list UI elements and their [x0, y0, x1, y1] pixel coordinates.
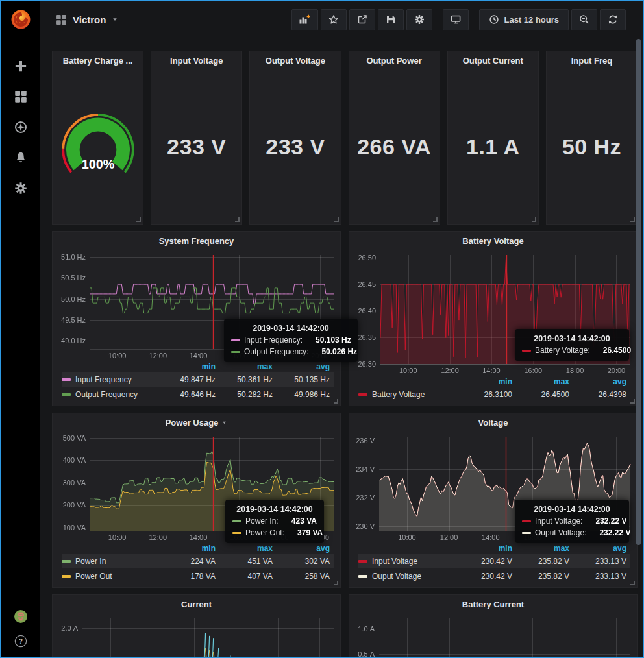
gear-icon	[414, 14, 425, 25]
series-swatch	[358, 575, 367, 578]
add-panel-icon	[299, 14, 311, 25]
legend-col-min[interactable]: min	[459, 377, 516, 386]
resize-handle-icon[interactable]	[532, 217, 536, 222]
legend-series-toggle[interactable]: Output Frequency	[62, 390, 162, 399]
stats-row: Battery Charge ... 100% Input Voltage	[52, 51, 638, 225]
dashboard-grid: Battery Charge ... 100% Input Voltage	[40, 38, 643, 657]
panel-input-voltage: Input Voltage 233 V	[151, 51, 242, 225]
sidebar-item-configuration[interactable]	[14, 182, 27, 195]
help-button[interactable]: ?	[14, 635, 27, 648]
series-swatch	[358, 393, 367, 396]
share-icon	[357, 14, 367, 25]
series-swatch	[522, 350, 531, 352]
refresh-button[interactable]	[600, 9, 626, 30]
legend-series-toggle[interactable]: Power Out	[62, 572, 162, 581]
dashboards-grid-icon	[14, 90, 27, 103]
resize-handle-icon[interactable]	[235, 217, 240, 222]
stat-value: 1.1 A	[466, 134, 520, 160]
legend-col-avg[interactable]: avg	[277, 544, 334, 553]
legend-col-min[interactable]: min	[459, 544, 516, 553]
panel-title[interactable]: Input Freq	[547, 51, 637, 69]
legend-col-max[interactable]: max	[219, 544, 277, 553]
panel-current: Current	[52, 594, 341, 657]
sidebar-item-explore[interactable]	[14, 121, 27, 134]
time-range-label: Last 12 hours	[504, 15, 559, 25]
star-dashboard-button[interactable]	[321, 9, 347, 30]
panel-title[interactable]: Power Usage	[53, 413, 340, 432]
resize-handle-icon[interactable]	[630, 217, 635, 222]
dashboard-settings-button[interactable]	[406, 9, 432, 30]
series-swatch	[62, 575, 71, 578]
time-range-button[interactable]: Last 12 hours	[479, 9, 569, 30]
stat-value: 266 VA	[357, 134, 431, 160]
gauge-arc: 100%	[55, 110, 141, 183]
legend-col-min[interactable]: min	[162, 544, 219, 553]
resize-handle-icon[interactable]	[334, 217, 339, 222]
sidebar-footer: ?	[1, 610, 40, 648]
resize-handle-icon[interactable]	[334, 399, 338, 404]
gear-icon	[14, 182, 27, 195]
current-chart[interactable]	[53, 613, 340, 657]
legend-row: Output Frequency 49.646 Hz50.282 Hz49.98…	[62, 387, 334, 402]
resize-handle-icon[interactable]	[334, 581, 338, 585]
resize-handle-icon[interactable]	[136, 217, 141, 222]
chart-tooltip-system-frequency: 2019-03-14 14:42:00 Input Frequency:50.1…	[224, 319, 358, 362]
grafana-logo[interactable]	[1, 1, 40, 38]
series-swatch	[62, 378, 71, 381]
user-avatar[interactable]	[14, 610, 27, 623]
zoom-out-button[interactable]	[571, 9, 597, 30]
avatar-icon	[14, 610, 27, 623]
refresh-icon	[608, 14, 618, 25]
panel-title[interactable]: Current	[53, 595, 340, 613]
legend: minmaxavg Power In 224 VA451 VA302 VA Po…	[53, 542, 340, 587]
sidebar-item-alerting[interactable]	[14, 151, 27, 164]
panel-output-current: Output Current 1.1 A	[447, 51, 539, 225]
add-panel-button[interactable]	[291, 9, 318, 30]
panel-title[interactable]: Output Power	[349, 51, 440, 69]
zoom-out-icon	[579, 14, 589, 25]
series-swatch	[522, 532, 531, 534]
legend-col-avg[interactable]: avg	[277, 362, 334, 371]
battery-current-chart[interactable]	[349, 613, 637, 657]
series-swatch	[232, 532, 242, 534]
sidebar-item-create[interactable]	[14, 60, 27, 73]
legend-series-toggle[interactable]: Battery Voltage	[358, 390, 459, 399]
cycle-view-button[interactable]	[443, 9, 469, 30]
legend-series-toggle[interactable]: Power In	[62, 557, 162, 566]
share-dashboard-button[interactable]	[349, 9, 375, 30]
plus-icon	[14, 60, 27, 73]
chevron-down-icon[interactable]	[112, 16, 118, 23]
legend-col-max[interactable]: max	[219, 362, 277, 371]
legend-series-toggle[interactable]: Ouput Voltage	[358, 572, 459, 581]
panel-title[interactable]: Voltage	[349, 413, 637, 432]
vertical-scrollbar[interactable]	[636, 39, 641, 545]
panel-battery-current: Battery Current	[349, 594, 638, 657]
save-dashboard-button[interactable]	[378, 9, 404, 30]
panel-title[interactable]: Battery Voltage	[349, 232, 637, 250]
legend-col-avg[interactable]: avg	[573, 377, 630, 386]
series-swatch	[232, 520, 242, 522]
stat-value: 233 V	[266, 134, 325, 160]
panel-title[interactable]: Output Voltage	[250, 51, 340, 69]
resize-handle-icon[interactable]	[630, 581, 635, 585]
dashboard-title[interactable]: Victron	[73, 14, 106, 25]
legend-col-max[interactable]: max	[516, 377, 573, 386]
clock-icon	[489, 14, 499, 25]
legend-series-toggle[interactable]: Input Frequency	[62, 375, 162, 384]
legend-col-avg[interactable]: avg	[573, 544, 630, 553]
sidebar-item-dashboards[interactable]	[14, 90, 27, 103]
panel-title[interactable]: Output Current	[448, 51, 538, 69]
legend: minmaxavg Input Voltage 230.42 V235.82 V…	[349, 542, 637, 587]
panel-title[interactable]: Battery Charge ...	[53, 51, 143, 69]
legend-series-toggle[interactable]: Input Voltage	[358, 557, 459, 566]
save-icon	[386, 14, 396, 25]
resize-handle-icon[interactable]	[433, 217, 438, 222]
legend-col-min[interactable]: min	[162, 362, 219, 371]
resize-handle-icon[interactable]	[630, 399, 635, 404]
panel-title[interactable]: Input Voltage	[151, 51, 242, 69]
panel-title[interactable]: System Frequency	[53, 232, 340, 250]
bell-icon	[14, 151, 27, 164]
panel-title[interactable]: Battery Current	[349, 595, 637, 613]
legend-col-max[interactable]: max	[516, 544, 573, 553]
legend-row: Power In 224 VA451 VA302 VA	[62, 554, 334, 568]
